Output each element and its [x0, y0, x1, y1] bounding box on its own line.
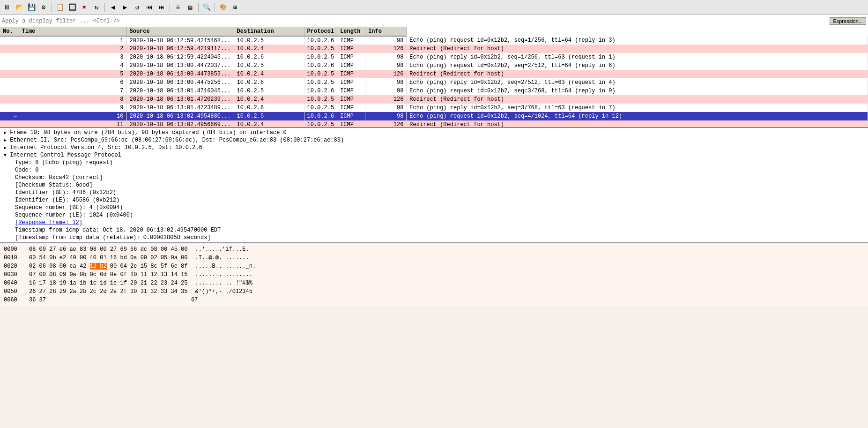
frame-line: Frame 10: 98 bytes on wire (784 bits), 9…	[10, 129, 287, 136]
packet-length: 98	[365, 53, 407, 61]
packet-destination: 10.0.2.5	[304, 78, 337, 87]
row-arrow	[0, 53, 19, 61]
table-row[interactable]: 12020-10-18 06:12:59.4215468...10.0.2.51…	[0, 36, 868, 45]
back-icon[interactable]: ◀	[108, 2, 118, 13]
packet-info: Echo (ping) reply id=0x12b2, seq=2/512, …	[407, 78, 868, 87]
table-row[interactable]: →102020-10-18 06:13:02.4954880...10.0.2.…	[0, 112, 868, 120]
packet-info: Echo (ping) request id=0x12b2, seq=2/512…	[407, 61, 868, 70]
ethernet-section[interactable]: ▶ Ethernet II, Src: PcsCompu_69:66:dc (0…	[4, 136, 864, 144]
separator-2	[104, 3, 105, 12]
hex-highlight: 12 b2	[90, 263, 107, 270]
zoom-out-icon[interactable]: ▤	[185, 2, 195, 13]
hex-ascii: 67	[191, 296, 198, 304]
table-row[interactable]: 22020-10-18 06:12:59.4219117...10.0.2.41…	[0, 45, 868, 53]
col-info[interactable]: Info	[365, 27, 407, 36]
hex-offset: 0010	[4, 254, 22, 262]
colorize-icon[interactable]: 🎨	[218, 2, 228, 13]
col-length[interactable]: Length	[337, 27, 365, 36]
hex-ascii: ........ .. !"#$%	[195, 279, 252, 287]
table-row[interactable]: 42020-10-18 06:13:00.4472037...10.0.2.51…	[0, 61, 868, 70]
packet-protocol: ICMP	[337, 120, 365, 128]
hex-ascii: .T..@.@. .......	[195, 254, 249, 262]
hex-row: 004016 17 18 19 1a 1b 1c 1d 1e 1f 20 21 …	[4, 279, 864, 287]
packet-protocol: ICMP	[337, 61, 365, 70]
table-row[interactable]: 92020-10-18 06:13:01.4723489...10.0.2.61…	[0, 104, 868, 112]
settings-icon[interactable]: ⚙	[38, 2, 49, 13]
capture-options-icon[interactable]: 📋	[55, 2, 65, 13]
packet-protocol: ICMP	[337, 70, 365, 78]
packet-list-container[interactable]: No. Time Source Destination Protocol Len…	[0, 27, 868, 128]
hex-ascii: .....B.. ......_n.	[195, 262, 256, 270]
packet-no: 3	[19, 53, 126, 61]
packet-no: 1	[19, 36, 126, 45]
packet-length: 126	[365, 120, 407, 128]
icmp-field-item: Sequence number (LE): 1024 (0x0400)	[4, 211, 864, 219]
col-protocol[interactable]: Protocol	[304, 27, 337, 36]
packet-length: 98	[365, 87, 407, 95]
open-icon[interactable]: 📂	[14, 2, 24, 13]
response-frame-link[interactable]: [Response frame: 12]	[15, 219, 82, 226]
row-arrow	[0, 36, 19, 45]
find-icon[interactable]: 🔍	[201, 2, 212, 13]
col-destination[interactable]: Destination	[234, 27, 304, 36]
col-no[interactable]: No.	[0, 27, 19, 36]
icmp-field-item: Checksum: 0xca42 [correct]	[4, 174, 864, 181]
forward-icon[interactable]: ▶	[120, 2, 130, 13]
packet-no: 5	[19, 70, 126, 78]
row-arrow: →	[0, 112, 19, 120]
hex-bytes: 00 54 0b e2 40 00 40 01 16 bd 0a 00 02 0…	[29, 254, 187, 262]
table-row[interactable]: 52020-10-18 06:13:00.4473853...10.0.2.41…	[0, 70, 868, 78]
display-filter-input[interactable]	[2, 18, 829, 24]
packet-protocol: ICMP	[337, 78, 365, 87]
col-source[interactable]: Source	[126, 27, 234, 36]
packet-time: 2020-10-18 06:12:59.4215468...	[126, 36, 234, 45]
separator-1	[52, 3, 52, 12]
capture-interfaces-icon[interactable]: 🔲	[67, 2, 77, 13]
packet-protocol: ICMP	[337, 95, 365, 104]
table-row[interactable]: 62020-10-18 06:13:00.4475256...10.0.2.61…	[0, 78, 868, 87]
table-row[interactable]: 32020-10-18 06:12:59.4224045...10.0.2.61…	[0, 53, 868, 61]
icmp-field-item: Identifier (BE): 4786 (0x12b2)	[4, 189, 864, 196]
resize-icon[interactable]: ⊞	[230, 2, 240, 13]
packet-source: 10.0.2.5	[234, 61, 304, 70]
hex-bytes: 26 27 28 29 2a 2b 2c 2d 2e 2f 30 31 32 3…	[29, 287, 187, 296]
new-capture-icon[interactable]: 🖥	[2, 2, 12, 13]
packet-time: 2020-10-18 06:13:00.4475256...	[126, 78, 234, 87]
hex-ascii: ..'.....'if...E.	[195, 245, 249, 254]
first-icon[interactable]: ⏮	[144, 2, 155, 13]
packet-time: 2020-10-18 06:13:02.4956669...	[126, 120, 234, 128]
table-row[interactable]: 72020-10-18 06:13:01.4716045...10.0.2.51…	[0, 87, 868, 95]
icmp-section[interactable]: ▼ Internet Control Message Protocol	[4, 151, 864, 159]
hex-ascii: &'()*+,- ./012345	[195, 287, 252, 296]
main-toolbar: 🖥 📂 💾 ⚙ 📋 🔲 ✖ ↻ ◀ ▶ ↺ ⏮ ⏭ ≡ ▤ 🔍 🎨 ⊞	[0, 0, 868, 15]
hex-row: 001000 54 0b e2 40 00 40 01 16 bd 0a 00 …	[4, 254, 864, 262]
icmp-field-item: [Response frame: 12]	[4, 219, 864, 226]
stop-icon[interactable]: ✖	[79, 2, 89, 13]
table-row[interactable]: 112020-10-18 06:13:02.4956669...10.0.2.4…	[0, 120, 868, 128]
hex-row: 005026 27 28 29 2a 2b 2c 2d 2e 2f 30 31 …	[4, 287, 864, 296]
packet-protocol: ICMP	[337, 36, 365, 45]
packet-destination: 10.0.2.5	[304, 95, 337, 104]
frame-section[interactable]: ▶ Frame 10: 98 bytes on wire (784 bits),…	[4, 129, 864, 136]
icmp-field-item: Timestamp from icmp data: Oct 18, 2020 0…	[4, 226, 864, 234]
packet-destination: 10.0.2.5	[304, 53, 337, 61]
expression-button[interactable]: Expression...	[830, 17, 866, 25]
packet-length: 98	[365, 112, 407, 120]
row-arrow	[0, 70, 19, 78]
hex-ascii: ........ ........	[195, 270, 252, 279]
last-icon[interactable]: ⏭	[156, 2, 167, 13]
packet-no: 11	[19, 120, 126, 128]
ip-section[interactable]: ▶ Internet Protocol Version 4, Src: 10.0…	[4, 144, 864, 151]
col-time[interactable]: Time	[19, 27, 126, 36]
autoscroll-icon[interactable]: ≡	[173, 2, 183, 13]
goto-icon[interactable]: ↺	[132, 2, 142, 13]
restart-icon[interactable]: ↻	[91, 2, 102, 13]
table-row[interactable]: 82020-10-18 06:13:01.4720239...10.0.2.41…	[0, 95, 868, 104]
packet-no: 10	[19, 112, 126, 120]
save-icon[interactable]: 💾	[26, 2, 37, 13]
packet-destination: 10.0.2.6	[304, 87, 337, 95]
packet-no: 7	[19, 87, 126, 95]
packet-time: 2020-10-18 06:12:59.4219117...	[126, 45, 234, 53]
hex-bytes: 02 06 08 00 ca 42 12 b2 00 04 2e 15 8c 5…	[29, 262, 187, 270]
hex-row: 002002 06 08 00 ca 42 12 b2 00 04 2e 15 …	[4, 262, 864, 270]
